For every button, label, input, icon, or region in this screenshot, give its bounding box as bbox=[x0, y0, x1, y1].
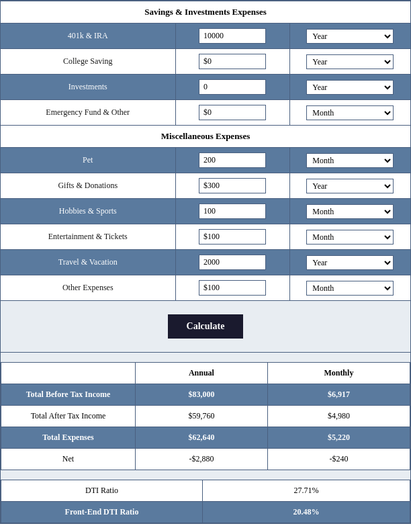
row-input-cell bbox=[175, 199, 289, 224]
dti-row: DTI Ratio 27.71% bbox=[1, 480, 410, 502]
results-row-label: Total After Tax Income bbox=[1, 406, 136, 427]
results-table: Annual Monthly Total Before Tax Income $… bbox=[1, 362, 410, 470]
value-input[interactable] bbox=[199, 54, 266, 69]
row-label: Hobbies & Sports bbox=[1, 199, 175, 224]
results-row: Total Expenses $62,640 $5,220 bbox=[1, 427, 410, 449]
gap-spacer-2 bbox=[1, 470, 410, 480]
dti-label: Front-End DTI Ratio bbox=[1, 502, 203, 523]
period-select[interactable]: Year Month bbox=[306, 29, 394, 44]
value-input[interactable] bbox=[199, 255, 266, 270]
savings-header: Savings & Investments Expenses bbox=[1, 1, 410, 24]
results-col-label bbox=[1, 363, 136, 384]
period-select[interactable]: Month Year bbox=[306, 281, 394, 296]
results-row-label: Total Before Tax Income bbox=[1, 384, 136, 406]
results-col-annual: Annual bbox=[136, 363, 268, 384]
misc-header: Miscellaneous Expenses bbox=[1, 126, 410, 148]
results-row: Total Before Tax Income $83,000 $6,917 bbox=[1, 384, 410, 406]
table-row: Investments Year Month bbox=[1, 75, 410, 100]
row-select-cell: Year Month bbox=[289, 24, 410, 49]
row-select-cell: Month Year bbox=[289, 275, 410, 301]
period-select[interactable]: Month Year bbox=[306, 230, 394, 245]
value-input[interactable] bbox=[199, 152, 266, 168]
table-row: Emergency Fund & Other Month Year bbox=[1, 100, 410, 126]
row-input-cell bbox=[175, 49, 289, 75]
results-row-monthly: $5,220 bbox=[267, 427, 410, 449]
row-select-cell: Year Month bbox=[289, 75, 410, 100]
value-input[interactable] bbox=[199, 229, 266, 245]
value-input[interactable] bbox=[199, 204, 266, 219]
period-select[interactable]: Year Month bbox=[306, 179, 394, 193]
results-row-annual: $83,000 bbox=[136, 384, 268, 406]
row-label: Entertainment & Tickets bbox=[1, 224, 175, 250]
row-select-cell: Month Year bbox=[289, 148, 410, 173]
row-input-cell bbox=[175, 173, 289, 199]
row-label: College Saving bbox=[1, 49, 175, 75]
row-select-cell: Month Year bbox=[289, 100, 410, 126]
results-row-annual: -$2,880 bbox=[136, 449, 268, 470]
value-input[interactable] bbox=[199, 105, 266, 120]
row-label: Investments bbox=[1, 75, 175, 100]
row-input-cell bbox=[175, 148, 289, 173]
row-input-cell bbox=[175, 75, 289, 100]
row-input-cell bbox=[175, 250, 289, 275]
value-input[interactable] bbox=[199, 280, 266, 296]
period-select[interactable]: Year Month bbox=[306, 80, 394, 95]
table-row: College Saving Year Month bbox=[1, 49, 410, 75]
results-header-row: Annual Monthly bbox=[1, 363, 410, 384]
row-label: Gifts & Donations bbox=[1, 173, 175, 199]
value-input[interactable] bbox=[199, 79, 266, 95]
row-input-cell bbox=[175, 224, 289, 250]
value-input[interactable] bbox=[199, 178, 266, 193]
table-row: Other Expenses Month Year bbox=[1, 275, 410, 301]
row-input-cell bbox=[175, 275, 289, 301]
period-select[interactable]: Month Year bbox=[306, 204, 394, 219]
results-row-annual: $62,640 bbox=[136, 427, 268, 449]
period-select[interactable]: Month Year bbox=[306, 105, 394, 120]
row-label: Emergency Fund & Other bbox=[1, 100, 175, 126]
row-select-cell: Month Year bbox=[289, 224, 410, 250]
table-row: Pet Month Year bbox=[1, 148, 410, 173]
table-row: 401k & IRA Year Month bbox=[1, 24, 410, 49]
row-select-cell: Year Month bbox=[289, 250, 410, 275]
results-row-monthly: -$240 bbox=[267, 449, 410, 470]
results-row-annual: $59,760 bbox=[136, 406, 268, 427]
results-row-label: Total Expenses bbox=[1, 427, 136, 449]
row-input-cell bbox=[175, 100, 289, 126]
value-input[interactable] bbox=[199, 28, 266, 44]
dti-value: 20.48% bbox=[203, 502, 410, 523]
table-row: Travel & Vacation Year Month bbox=[1, 250, 410, 275]
calculate-section: Calculate bbox=[1, 301, 410, 353]
period-select[interactable]: Month Year bbox=[306, 153, 394, 168]
period-select[interactable]: Year Month bbox=[306, 54, 394, 69]
dti-row: Front-End DTI Ratio 20.48% bbox=[1, 502, 410, 523]
results-row: Net -$2,880 -$240 bbox=[1, 449, 410, 470]
row-select-cell: Month Year bbox=[289, 199, 410, 224]
results-row-label: Net bbox=[1, 449, 136, 470]
row-label: Travel & Vacation bbox=[1, 250, 175, 275]
period-select[interactable]: Year Month bbox=[306, 255, 394, 270]
gap-spacer bbox=[1, 353, 410, 362]
results-row-monthly: $6,917 bbox=[267, 384, 410, 406]
row-select-cell: Year Month bbox=[289, 49, 410, 75]
calculate-button[interactable]: Calculate bbox=[168, 314, 244, 339]
dti-label: DTI Ratio bbox=[1, 480, 203, 502]
row-label: Other Expenses bbox=[1, 275, 175, 301]
row-label: 401k & IRA bbox=[1, 24, 175, 49]
results-row: Total After Tax Income $59,760 $4,980 bbox=[1, 406, 410, 427]
table-row: Gifts & Donations Year Month bbox=[1, 173, 410, 199]
row-input-cell bbox=[175, 24, 289, 49]
results-col-monthly: Monthly bbox=[267, 363, 410, 384]
row-select-cell: Year Month bbox=[289, 173, 410, 199]
dti-table: DTI Ratio 27.71% Front-End DTI Ratio 20.… bbox=[1, 480, 410, 523]
dti-value: 27.71% bbox=[203, 480, 410, 502]
row-label: Pet bbox=[1, 148, 175, 173]
table-row: Entertainment & Tickets Month Year bbox=[1, 224, 410, 250]
table-row: Hobbies & Sports Month Year bbox=[1, 199, 410, 224]
results-row-monthly: $4,980 bbox=[267, 406, 410, 427]
